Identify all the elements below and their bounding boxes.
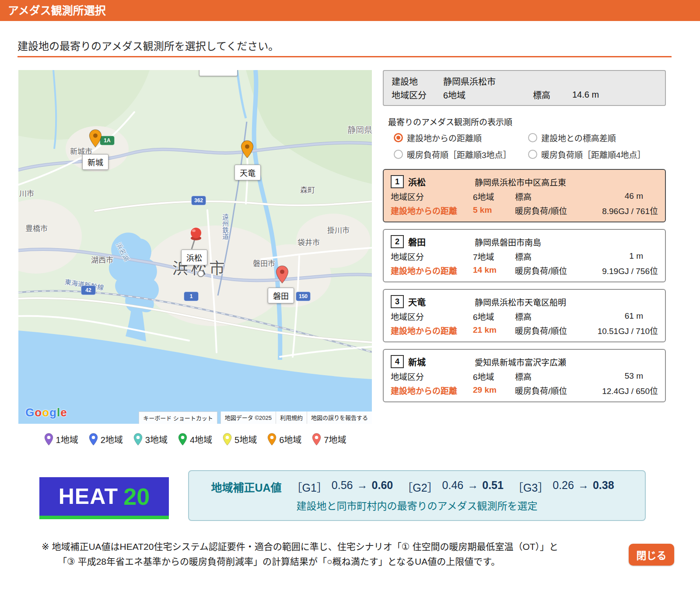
map-place-label: 森町 (300, 184, 315, 195)
station-distance: 21 km (473, 325, 515, 335)
region-pin-icon (267, 433, 276, 446)
elevation-label: 標高 (515, 310, 588, 322)
footnote: ※ 地域補正UA値はHEAT20住宅システム認証要件・適合の範囲に準じ、住宅シナ… (42, 539, 558, 569)
legend-item: 7地域 (312, 433, 346, 446)
ua-item-g2: ［G2］ 0.46 → 0.51 (402, 479, 504, 495)
map-label-box-partial (199, 70, 238, 76)
radio-icon[interactable] (394, 150, 403, 159)
station-map-label: 磐田 (268, 288, 294, 303)
selected-pushpin-icon[interactable] (186, 226, 205, 253)
station-region: 6地域 (473, 190, 515, 202)
sort-option-elevation-diff[interactable]: 建設地との標高差順 (528, 132, 666, 144)
legend-label: 5地域 (234, 433, 257, 446)
region-pin-icon (133, 433, 143, 446)
station-card-hamamatsu[interactable]: 1 浜松 静岡県浜松市中区高丘東 地域区分 6地域 標高 46 m 建設地からの… (383, 169, 666, 222)
station-card-iwata[interactable]: 2 磐田 静岡県磐田市南島 地域区分 7地域 標高 1 m 建設地からの距離 1… (383, 229, 666, 282)
google-map[interactable]: 浜松市 静岡県 新城市 森町 掛川市 袋井市 磐田市 湖西市 豊橋市 川市 浜名… (18, 70, 372, 424)
railway-label: 遠州鉄道 (220, 214, 230, 240)
load-label: 暖房負荷/順位 (515, 324, 588, 336)
station-elevation: 61 m (588, 311, 658, 321)
station-card-shinshiro[interactable]: 4 新城 愛知県新城市富沢字広瀬 地域区分 6地域 標高 53 m 建設地からの… (383, 349, 666, 402)
load-label: 暖房負荷/順位 (515, 384, 588, 396)
ua-from: 0.56 (332, 479, 353, 495)
map-marker-shinshiro[interactable] (89, 129, 102, 149)
route-shield-label: 1A (104, 137, 110, 144)
legend-label: 7地域 (324, 433, 346, 446)
site-value: 静岡県浜松市 (443, 75, 533, 88)
ua-value-box: 地域補正UA値 ［G1］ 0.56 → 0.60 ［G2］ 0.46 → 0.5… (188, 470, 646, 521)
close-button[interactable]: 閉じる (629, 544, 674, 566)
legend-label: 1地域 (56, 433, 78, 446)
distance-label: 建設地からの距離 (391, 384, 473, 396)
region-label: 地域区分 (391, 190, 473, 202)
station-region: 6地域 (473, 370, 515, 382)
map-marker-iwata[interactable] (276, 265, 289, 285)
region-pin-icon (178, 433, 187, 446)
region-pin-icon (89, 433, 98, 446)
google-logo-letter: G (25, 406, 35, 419)
radio-icon[interactable] (394, 133, 403, 142)
legend-item: 6地域 (267, 433, 301, 446)
station-card-tenryu[interactable]: 3 天竜 静岡県浜松市天竜区船明 地域区分 6地域 標高 61 m 建設地からの… (383, 289, 666, 342)
sort-option-distance[interactable]: 建設地からの距離順 (394, 132, 528, 144)
sort-option-heating-load-4[interactable]: 暖房負荷順［距離順4地点］ (528, 148, 666, 160)
google-logo-letter: g (49, 406, 57, 419)
map-attribution: キーボード ショートカット 地図データ ©2025 利用規約 地図の誤りを報告す… (139, 412, 372, 424)
arrow-icon: → (578, 479, 589, 495)
radio-icon[interactable] (528, 150, 537, 159)
station-address: 静岡県磐田市南島 (475, 236, 658, 248)
map-place-label: 川市 (19, 187, 34, 198)
elevation-label: 標高 (515, 250, 588, 262)
terms-link[interactable]: 利用規約 (276, 412, 307, 424)
legend-item: 4地域 (178, 433, 212, 446)
map-data-label: 地図データ ©2025 (220, 412, 276, 424)
elevation-label: 標高 (515, 370, 588, 382)
ua-grade: ［G3］ (512, 479, 549, 495)
legend-item: 1地域 (44, 433, 78, 446)
site-info-box: 建設地 静岡県浜松市 地域区分 6地域 標高 14.6 m (383, 70, 666, 106)
arrow-icon: → (357, 479, 368, 495)
station-distance: 29 km (473, 385, 515, 395)
region-label: 地域区分 (391, 370, 473, 382)
map-marker-tenryu[interactable] (241, 140, 254, 160)
station-load: 8.96GJ / 761位 (588, 204, 658, 216)
map-place-label: 湖西市 (91, 254, 113, 265)
region-pin-icon (44, 433, 53, 446)
ua-to: 0.51 (482, 479, 504, 495)
region-label: 地域区分 (391, 310, 473, 322)
station-name: 浜松 (408, 176, 475, 188)
route-shield-label: 42 (85, 287, 91, 293)
ua-grade: ［G1］ (291, 479, 328, 495)
google-logo[interactable]: Google (25, 406, 67, 419)
route-shield: 1 (184, 292, 199, 301)
ua-item-g1: ［G1］ 0.56 → 0.60 (291, 479, 393, 495)
heat20-logo-text: HEAT (59, 484, 118, 509)
elevation-label: 標高 (515, 190, 588, 202)
sort-option-label: 暖房負荷順［距離順4地点］ (541, 148, 646, 160)
amedas-selection-dialog: アメダス観測所選択 建設地の最寄りのアメダス観測所を選択してください。 (0, 0, 700, 591)
divider (18, 56, 672, 57)
distance-label: 建設地からの距離 (391, 264, 473, 276)
keyboard-shortcuts-link[interactable]: キーボード ショートカット (139, 412, 217, 424)
station-name: 新城 (408, 355, 475, 368)
ua-item-g3: ［G3］ 0.26 → 0.38 (512, 479, 614, 495)
radio-icon[interactable] (528, 133, 537, 142)
station-distance: 5 km (473, 205, 515, 215)
report-error-link[interactable]: 地図の誤りを報告する (307, 412, 372, 424)
site-elevation-label: 標高 (533, 88, 572, 101)
legend-label: 4地域 (190, 433, 212, 446)
sort-option-heating-load-3[interactable]: 暖房負荷順［距離順3地点］ (394, 148, 528, 160)
sort-option-label: 建設地との標高差順 (541, 132, 616, 144)
heat20-logo: HEAT 20 (39, 477, 169, 519)
ua-from: 0.26 (553, 479, 574, 495)
legend-item: 3地域 (133, 433, 168, 446)
station-list: 1 浜松 静岡県浜松市中区高丘東 地域区分 6地域 標高 46 m 建設地からの… (383, 169, 666, 402)
footnote-line2: 「③ 平成28年省エネ基準からの暖房負荷削減率」の計算結果が「○概ね満たす」とな… (42, 554, 558, 569)
site-region-value: 6地域 (443, 88, 533, 101)
station-rank: 1 (391, 175, 404, 188)
ua-to: 0.60 (372, 479, 393, 495)
station-name: 天竜 (408, 296, 475, 308)
ua-grade: ［G2］ (402, 479, 438, 495)
ua-note: 建設地と同市町村内の最寄りのアメダス観測所を選定 (297, 498, 538, 513)
route-shield: 150 (296, 292, 311, 301)
